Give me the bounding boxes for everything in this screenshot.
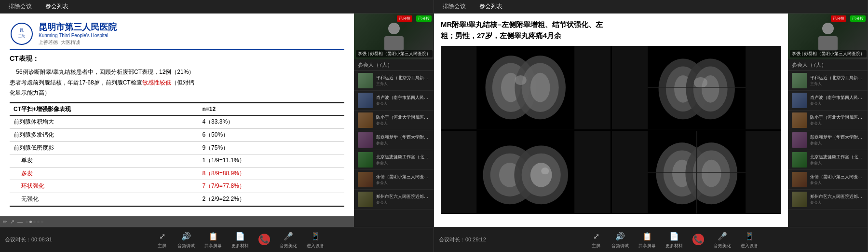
row2-col1: 前列腺多发钙化 [10,128,198,141]
list-item: 郑州市艺六人民医院近郊妇科… 参会人 [354,190,434,210]
participant-role: 参会人 [810,121,864,126]
materials-icon: 📄 [234,230,246,242]
right-participants-btn[interactable]: 参会列表 [475,1,506,12]
table-header-col2: n=12 [198,103,344,116]
hospital-name-block: 昆明市第三人民医院 Kunming Third People's Hospita… [39,21,117,46]
ct-data-table: CT平扫+增强影像表现 n=12 前列腺体积增大 4（33.3%） 前列腺多发钙… [10,102,344,207]
list-item: 陈小于（河北大学附属医院一院·医师） 参会人 [788,111,868,130]
avatar [358,172,373,187]
participant-info: 平和远近（北京劳工局新科下乡） 主办人 [810,75,864,86]
right-meeting-btn[interactable]: 排除会议 [439,1,470,12]
audio-btn[interactable]: 🔊 音频调试 [177,230,195,249]
left-participant-list: 平和远近（北京劳工局新科下乡） 主办人 肖卢波（南宁市第四人民医院LC） 参会人… [354,71,434,227]
video-head [388,23,400,34]
right-topbar: 排除会议 参会列表 [434,0,868,14]
svg-point-34 [701,159,721,187]
anno-line-icon[interactable]: — [17,219,23,224]
avatar [358,93,373,108]
right-panel: 排除会议 参会列表 MR附睾/睾丸结核–左侧附睾增粗、结节状强化、左 粗；男性，… [434,0,868,252]
row5-col1: 多发 [10,167,198,180]
right-video-body [818,36,838,51]
table-header-col1: CT平扫+增强影像表现 [10,103,198,116]
svg-point-10 [515,75,526,85]
row7-col1: 无强化 [10,193,198,206]
slide-title: CT表现： [10,55,344,63]
participant-name: 郑州市艺六人民医院近郊妇科… [810,194,864,200]
right-materials-icon: 📄 [668,230,680,242]
participant-info: 彭磊和梦华（华西大学附属医院…） 参会人 [376,134,430,146]
row4-col1: 单发 [10,154,198,168]
list-item: 余情（昆明小第三人民医院） 参会人 [354,170,434,190]
right-end-call-icon: 📞 [692,234,704,245]
table-row: 前列腺低密度影 9（75%） [10,141,344,154]
participant-role: 参会人 [376,160,430,166]
participant-name: 北京远志健康工作室（北京远志健…） [376,154,430,160]
avatar [792,172,807,187]
right-video-head [822,23,834,34]
slide-body: 56例诊断附睾/睾丸结核患者中，回顾分析腹部CT表现，12例（21%） 患者考虑… [10,67,344,207]
svg-point-0 [11,23,32,44]
dot2 [29,221,32,223]
avatar [358,152,373,168]
table-row: 前列腺体积增大 4（33.3%） [10,116,344,129]
right-presenter-status-red: 已分投 [831,15,846,22]
svg-point-9 [530,73,550,102]
right-audio-btn[interactable]: 🔊 音频调试 [611,230,629,249]
row6-col2: 7（7/9=77.8%） [198,180,344,193]
materials-btn[interactable]: 📄 更多材料 [231,230,249,249]
left-meeting-btn[interactable]: 排除会议 [5,1,36,12]
right-participants-panel: Shes 已分投 已分投 李强 | 彭磊相（昆明小第三人民医院） 参会人（7人）… [788,14,868,227]
right-mic-btn[interactable]: 🎤 音效美化 [714,230,731,249]
right-device-btn[interactable]: 📱 进入设备 [741,230,758,249]
participant-role: 参会人 [376,140,430,146]
mic-icon: 🎤 [283,230,294,242]
avatar [358,192,373,207]
row6-col1: 环状强化 [10,180,198,193]
share-btn[interactable]: 📋 共享屏幕 [204,230,222,249]
right-end-call-btn[interactable]: 📞 [692,234,704,246]
participant-name: 肖卢波（南宁市第四人民医院LC） [376,95,430,101]
right-participants-header: 参会人（7人） [788,59,868,71]
fullscreen-btn[interactable]: ⤢ 主屏 [156,230,168,249]
device-btn[interactable]: 📱 进入设备 [307,230,324,249]
left-main-area: 昆 三院 昆明市第三人民医院 Kunming Third People's Ho… [0,14,434,227]
device-label: 进入设备 [307,243,324,249]
row3-col2: 9（75%） [198,141,344,154]
anno-pen-icon[interactable]: ✏ [3,219,7,225]
participant-info: 郑州市艺六人民医院近郊妇科… 参会人 [810,194,864,205]
participant-info: 北京远志健康工作室（北京远志健…） 参会人 [810,154,864,166]
row5-col2: 8（8/9=88.9%） [198,167,344,180]
mri-title: MR附睾/睾丸结核–左侧附睾增粗、结节状强化、左 粗；男性，27岁，左侧睾丸疼痛… [441,19,781,41]
right-bottom-toolbar: 会议时长：00:29:12 ⤢ 主屏 🔊 音频调试 📋 共享屏幕 📄 更多材料 … [434,227,868,252]
avatar [792,93,807,108]
participant-role: 参会人 [810,101,864,106]
right-materials-btn[interactable]: 📄 更多材料 [665,230,683,249]
mic-btn[interactable]: 🎤 音效美化 [280,230,297,249]
row3-col1: 前列腺低密度影 [10,141,198,154]
right-materials-label: 更多材料 [665,243,683,249]
audio-icon: 🔊 [180,230,192,242]
left-panel: 排除会议 参会列表 昆 三院 昆明市第三人民医院 Kunming Third P… [0,0,434,252]
dot5 [41,221,43,223]
row1-col2: 4（33.3%） [198,116,344,129]
video-body [384,36,404,51]
right-audio-icon: 🔊 [614,230,626,242]
right-share-btn[interactable]: 📋 共享屏幕 [638,230,656,249]
slide-para2: 患者考虑前列腺结核，年龄17-68岁，前列腺CT检查敏感性较低（但对钙 [10,78,344,88]
participant-info: 肖卢波（南宁市第四人民医院LC） 参会人 [810,95,864,106]
left-participants-btn[interactable]: 参会列表 [41,1,72,12]
anno-arrow-icon[interactable]: ↗ [10,219,14,225]
end-call-btn[interactable]: 📞 [258,234,270,246]
list-item: 彭磊和梦华（华西大学附属医院…） 参会人 [788,130,868,150]
right-fullscreen-btn[interactable]: ⤢ 主屏 [590,230,602,249]
left-participants-header: 参会人（7人） [354,59,434,71]
participant-role: 参会人 [810,180,864,185]
avatar [792,73,807,88]
right-share-label: 共享屏幕 [638,243,656,249]
hospital-name-cn: 昆明市第三人民医院 [39,21,117,33]
left-timer: 会议时长：00:08:31 [5,236,52,243]
share-label: 共享屏幕 [204,243,222,249]
list-item: 北京远志健康工作室（北京远志健…） 参会人 [788,150,868,170]
table-row: 前列腺多发钙化 6（50%） [10,128,344,141]
participant-role: 参会人 [376,200,430,205]
